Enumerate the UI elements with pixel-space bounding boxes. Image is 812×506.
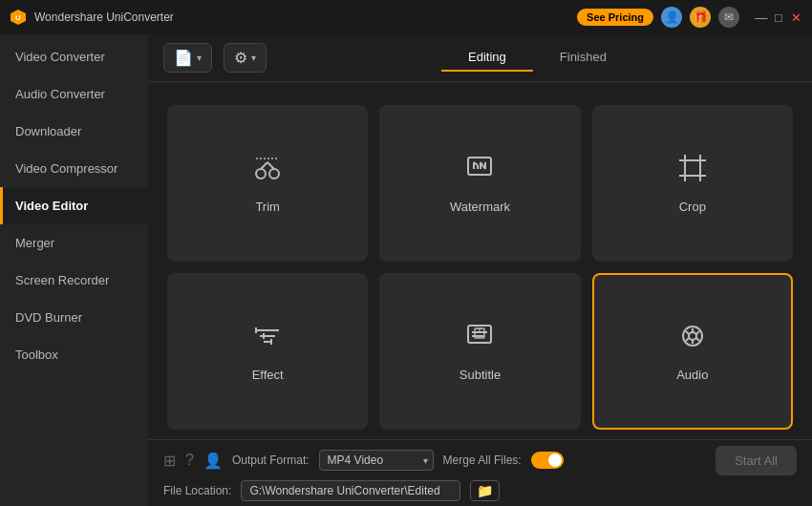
merge-label: Merge All Files: <box>443 453 522 467</box>
user-avatar-icon[interactable]: 👤 <box>661 7 682 28</box>
tab-editing[interactable]: Editing <box>441 44 533 72</box>
watermark-label: Watermark <box>450 200 510 214</box>
svg-line-5 <box>267 162 274 169</box>
crop-label: Crop <box>679 200 706 214</box>
sidebar-item-video-editor[interactable]: Video Editor <box>0 187 148 224</box>
sidebar-item-dvd-burner[interactable]: DVD Burner <box>0 299 148 336</box>
add-files-icon: 📄 <box>174 49 193 67</box>
svg-line-41 <box>696 338 699 341</box>
svg-line-4 <box>261 162 267 169</box>
sidebar: Video Converter Audio Converter Download… <box>0 34 148 506</box>
output-format-select[interactable]: MP4 Video MOV Video AVI Video MKV Video <box>319 450 434 471</box>
trim-label: Trim <box>255 200 280 214</box>
svg-rect-14 <box>685 160 700 176</box>
layout-icon[interactable]: ⊞ <box>163 452 176 470</box>
svg-line-43 <box>686 338 689 341</box>
mail-icon[interactable]: ✉ <box>718 7 739 28</box>
merge-toggle[interactable] <box>531 452 564 469</box>
add-files-button[interactable]: 📄 ▾ <box>163 43 212 73</box>
svg-line-44 <box>686 331 689 334</box>
main-layout: Video Converter Audio Converter Download… <box>0 34 812 506</box>
file-location-input[interactable] <box>241 480 460 501</box>
help-icon[interactable]: ? <box>185 452 194 469</box>
sidebar-item-video-converter[interactable]: Video Converter <box>0 38 148 75</box>
sidebar-item-video-compressor[interactable]: Video Compressor <box>0 150 148 187</box>
svg-point-38 <box>689 332 696 340</box>
sidebar-item-downloader[interactable]: Downloader <box>0 113 148 150</box>
tab-finished[interactable]: Finished <box>533 44 633 72</box>
grid-card-subtitle[interactable]: T Subtitle <box>379 273 580 430</box>
title-bar-actions: See Pricing 👤 🎁 ✉ — □ ✕ <box>577 7 802 28</box>
app-title: Wondershare UniConverter <box>34 11 577 24</box>
subtitle-icon: T <box>464 321 495 358</box>
sidebar-item-screen-recorder[interactable]: Screen Recorder <box>0 262 148 299</box>
output-format-select-wrapper: MP4 Video MOV Video AVI Video MKV Video <box>319 450 434 471</box>
trim-icon <box>252 153 283 190</box>
settings-caret: ▾ <box>251 53 256 63</box>
bottom-bar: ⊞ ? 👤 Output Format: MP4 Video MOV Video… <box>148 439 812 506</box>
title-bar: U Wondershare UniConverter See Pricing 👤… <box>0 0 812 34</box>
watermark-icon <box>464 153 495 190</box>
file-location-label: File Location: <box>163 484 231 497</box>
sidebar-item-audio-converter[interactable]: Audio Converter <box>0 75 148 113</box>
toolbar: 📄 ▾ ⚙ ▾ Editing Finished <box>148 34 812 82</box>
subtitle-label: Subtitle <box>459 368 501 382</box>
svg-point-2 <box>256 169 266 179</box>
output-format-label: Output Format: <box>232 453 310 467</box>
window-controls: — □ ✕ <box>755 11 802 24</box>
user-add-icon[interactable]: 👤 <box>203 452 223 470</box>
maximize-button[interactable]: □ <box>772 11 785 24</box>
grid-card-crop[interactable]: Crop <box>592 105 793 262</box>
minimize-button[interactable]: — <box>755 11 768 24</box>
add-files-caret: ▾ <box>197 53 202 63</box>
effect-icon <box>252 321 283 358</box>
sidebar-item-merger[interactable]: Merger <box>0 224 148 262</box>
start-all-button[interactable]: Start All <box>716 446 797 475</box>
bottom-row-location: File Location: 📁 <box>163 480 797 501</box>
sidebar-item-toolbox[interactable]: Toolbox <box>0 336 148 373</box>
effect-label: Effect <box>252 368 284 382</box>
tab-container: Editing Finished <box>278 44 797 72</box>
grid-card-watermark[interactable]: Watermark <box>379 105 580 262</box>
settings-icon: ⚙ <box>234 49 247 67</box>
pricing-button[interactable]: See Pricing <box>577 9 653 26</box>
footer-icons: ⊞ ? 👤 <box>163 452 223 470</box>
svg-line-40 <box>696 331 699 334</box>
app-logo: U <box>10 9 27 26</box>
grid-card-trim[interactable]: Trim <box>167 105 368 262</box>
audio-icon <box>677 321 708 358</box>
crop-icon <box>677 153 708 190</box>
settings-button[interactable]: ⚙ ▾ <box>224 43 267 73</box>
svg-point-3 <box>269 169 279 179</box>
audio-label: Audio <box>676 368 708 382</box>
grid-card-effect[interactable]: Effect <box>167 273 368 430</box>
grid-card-audio[interactable]: Audio <box>592 273 793 430</box>
svg-text:U: U <box>15 13 21 22</box>
close-button[interactable]: ✕ <box>789 11 802 24</box>
browse-folder-button[interactable]: 📁 <box>470 480 500 501</box>
content-area: 📄 ▾ ⚙ ▾ Editing Finished <box>148 34 812 506</box>
bottom-row-format: ⊞ ? 👤 Output Format: MP4 Video MOV Video… <box>163 446 797 475</box>
feature-grid: Trim Watermark <box>148 82 812 439</box>
gift-icon[interactable]: 🎁 <box>690 7 711 28</box>
